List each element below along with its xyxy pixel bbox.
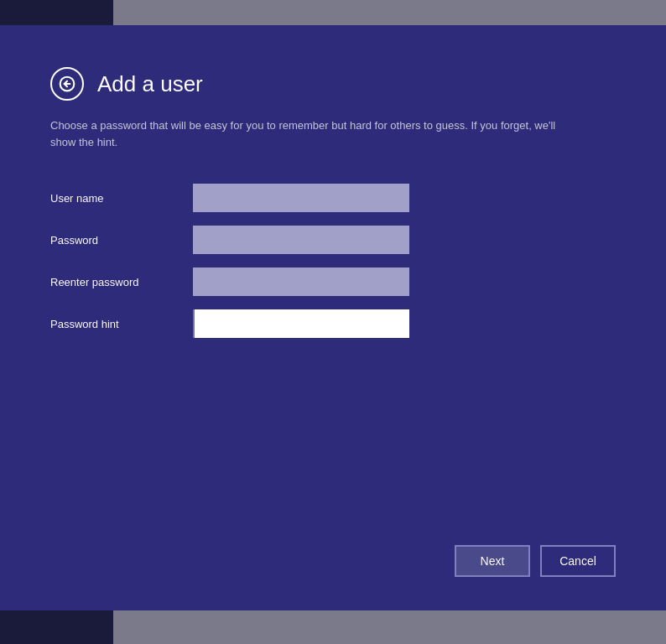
password-hint-input[interactable] bbox=[193, 309, 409, 338]
bottom-bar-left bbox=[0, 610, 113, 644]
next-button[interactable]: Next bbox=[455, 545, 530, 577]
back-icon bbox=[59, 75, 75, 92]
password-hint-label: Password hint bbox=[50, 318, 176, 330]
back-button[interactable] bbox=[50, 67, 84, 101]
username-input[interactable] bbox=[193, 184, 409, 212]
username-label: User name bbox=[50, 192, 176, 205]
reenter-password-input[interactable] bbox=[193, 267, 409, 296]
form-row-password: Password bbox=[50, 226, 616, 254]
top-bar bbox=[0, 0, 666, 25]
reenter-password-label: Reenter password bbox=[50, 276, 176, 288]
password-label: Password bbox=[50, 234, 176, 247]
buttons-area: Next Cancel bbox=[455, 545, 616, 577]
page-subtitle: Choose a password that will be easy for … bbox=[50, 117, 570, 150]
top-bar-right bbox=[113, 0, 666, 25]
bottom-bar-right bbox=[113, 610, 666, 644]
form-row-username: User name bbox=[50, 184, 616, 212]
form-row-reenter-password: Reenter password bbox=[50, 267, 616, 296]
form-row-password-hint: Password hint bbox=[50, 309, 616, 338]
bottom-bar bbox=[0, 610, 666, 644]
cancel-button[interactable]: Cancel bbox=[540, 545, 616, 577]
dialog-header: Add a user bbox=[50, 67, 616, 101]
dialog-container: Add a user Choose a password that will b… bbox=[0, 25, 666, 610]
top-bar-left bbox=[0, 0, 113, 25]
page-title: Add a user bbox=[97, 71, 203, 97]
form-area: User name Password Reenter password Pass… bbox=[50, 184, 616, 338]
main-area: Add a user Choose a password that will b… bbox=[0, 25, 666, 610]
password-input[interactable] bbox=[193, 226, 409, 254]
